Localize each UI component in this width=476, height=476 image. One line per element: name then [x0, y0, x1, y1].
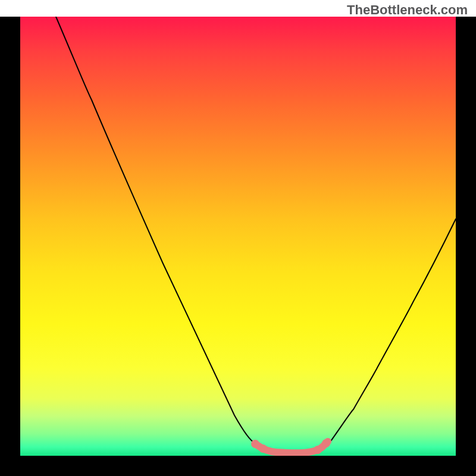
chart-frame — [0, 17, 476, 476]
svg-point-2 — [314, 446, 322, 454]
svg-point-3 — [322, 439, 330, 447]
curve-svg — [20, 17, 456, 456]
svg-point-0 — [251, 440, 259, 448]
highlight-band — [251, 439, 330, 454]
chart-container: TheBottleneck.com — [0, 0, 476, 476]
plot-area — [20, 17, 456, 456]
svg-point-1 — [259, 444, 267, 453]
watermark-text: TheBottleneck.com — [347, 2, 468, 18]
bottleneck-curve — [56, 17, 456, 453]
